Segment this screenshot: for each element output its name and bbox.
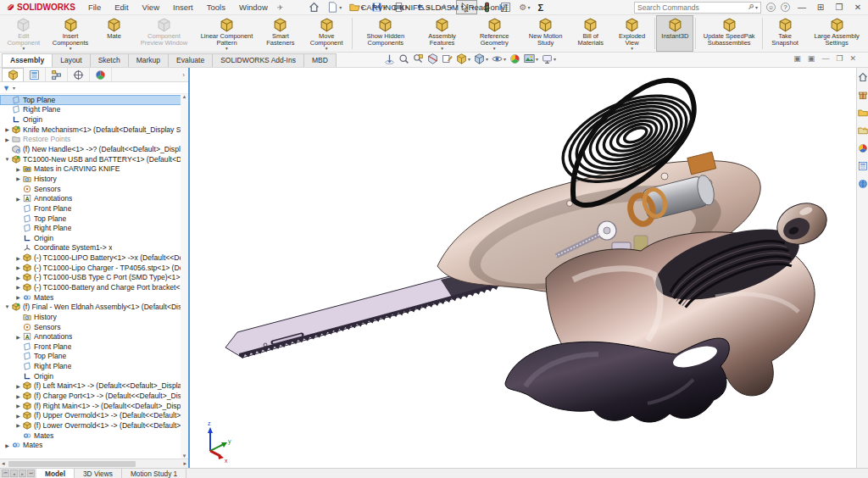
tab-solidworks-add-ins[interactable]: SOLIDWORKS Add-Ins xyxy=(212,53,304,67)
tree-item[interactable]: ▶ (-) TC1000-Battery and Charge Port bra… xyxy=(0,282,188,292)
propertymanager-icon[interactable] xyxy=(24,68,46,81)
new-document-icon[interactable]: ▾ xyxy=(324,0,345,14)
tab-markup[interactable]: Markup xyxy=(128,53,169,67)
tree-item[interactable]: Origin xyxy=(0,371,188,381)
equations-sigma-icon[interactable]: Σ xyxy=(534,1,547,14)
menu-insert[interactable]: Insert xyxy=(167,2,199,13)
tab-evaluate[interactable]: Evaluate xyxy=(168,53,213,67)
expand-arrow-icon[interactable]: ▶ xyxy=(14,294,22,300)
panel-expand-chevron[interactable]: › xyxy=(182,71,185,79)
doc-restore-icon[interactable]: ❐ xyxy=(836,54,843,63)
tree-item[interactable]: ▶ (f) Charge Port<1> -> (Default<<Defaul… xyxy=(0,391,188,401)
tab-first-icon[interactable]: ⏮ xyxy=(2,470,9,477)
pin-icon[interactable]: ✈ xyxy=(277,3,284,12)
select-arrow-icon[interactable]: ▾ xyxy=(456,0,477,14)
tree-item[interactable]: ▼ (f) Final - Wen Eldnah Assembly<1> (De… xyxy=(0,302,188,312)
expand-arrow-icon[interactable]: ▶ xyxy=(14,422,22,428)
tree-item[interactable]: Top Plane xyxy=(0,352,188,362)
tab-mbd[interactable]: MBD xyxy=(303,53,337,67)
tree-item[interactable]: ▶ (f) Lower Overmold<1> -> (Default<<Def… xyxy=(0,420,188,431)
expand-arrow-icon[interactable]: ▼ xyxy=(3,304,11,309)
expand-arrow-icon[interactable]: ▶ xyxy=(14,196,22,202)
tree-item[interactable]: ▶ History xyxy=(0,174,188,184)
tree-item[interactable]: ▶ (-) TC1000-LIPO Battery<1> ->x (Defaul… xyxy=(0,253,188,263)
tree-item[interactable]: Front Plane xyxy=(0,342,188,352)
hide-show-items-icon[interactable]: ▾ xyxy=(491,53,507,64)
expand-arrow-icon[interactable]: ▶ xyxy=(14,284,22,290)
tree-item[interactable]: ▶ (f) Right Main<1> -> (Default<<Default… xyxy=(0,401,188,411)
tab-sketch[interactable]: Sketch xyxy=(90,53,129,67)
expand-arrow-icon[interactable]: ▶ xyxy=(14,334,22,340)
undo-icon[interactable]: ▾ xyxy=(412,0,433,14)
show-hidden-button[interactable]: Show Hidden Components xyxy=(354,15,417,52)
tree-item[interactable]: Mates xyxy=(0,431,188,441)
save-icon[interactable]: ▾ xyxy=(368,0,389,14)
tab-layout[interactable]: Layout xyxy=(52,53,91,67)
options-gear-icon[interactable]: ⚙︎▾ xyxy=(515,1,533,14)
tree-item[interactable]: ▶ Knife Mechanism<1> (Default<Default_Di… xyxy=(0,125,188,135)
move-component-button[interactable]: Move Component▾ xyxy=(303,15,350,52)
expand-arrow-icon[interactable]: ▶ xyxy=(14,166,22,172)
user-icon[interactable]: ☺︎ xyxy=(766,3,776,12)
open-icon[interactable]: ▾ xyxy=(346,0,367,14)
smart-fasteners-button[interactable]: Smart Fasteners xyxy=(258,15,303,52)
doc-minimize-icon[interactable]: — xyxy=(821,54,829,63)
custom-properties-icon[interactable] xyxy=(858,159,868,175)
solidworks-forum-icon[interactable] xyxy=(858,177,868,192)
tree-item[interactable]: Front Plane xyxy=(0,203,188,214)
expand-arrow-icon[interactable]: ▶ xyxy=(14,255,22,261)
apply-scene-icon[interactable]: ▾ xyxy=(523,53,539,64)
tree-item[interactable]: ▶ (-) TC1000-USB Type C Port (SMD Type)<… xyxy=(0,273,188,283)
file-properties-icon[interactable] xyxy=(497,0,515,14)
tab-prev-icon[interactable]: ◂ xyxy=(10,470,18,477)
motion-study-button[interactable]: New Motion Study xyxy=(521,15,570,52)
bom-button[interactable]: Bill of Materials xyxy=(570,15,611,52)
tree-item[interactable]: (f) New Handle<1> ->? (Default<<Default>… xyxy=(0,144,188,154)
configurationmanager-icon[interactable] xyxy=(46,68,68,81)
linear-pattern-button[interactable]: Linear Component Pattern▾ xyxy=(195,15,258,52)
home-icon[interactable] xyxy=(858,70,868,86)
traffic-light-icon[interactable] xyxy=(478,0,496,14)
tab-last-icon[interactable]: ⏭ xyxy=(27,470,35,477)
view-settings-icon[interactable]: ▾ xyxy=(541,53,557,64)
filter-funnel-icon[interactable]: ▼ xyxy=(3,84,10,92)
filter-caret-icon[interactable]: ▾ xyxy=(13,85,15,91)
doc-close-icon[interactable]: ✕ xyxy=(849,54,856,63)
search-icon[interactable]: 🔎︎ xyxy=(748,3,754,11)
previous-view-icon[interactable] xyxy=(412,53,425,64)
speedpak-button[interactable]: Update SpeedPak Subassemblies xyxy=(698,15,760,52)
scrollbar-thumb[interactable] xyxy=(8,461,136,467)
bottom-tab-model[interactable]: Model xyxy=(36,469,75,478)
tree-horizontal-scrollbar[interactable]: ◂ ▸ xyxy=(0,459,188,468)
featuremanager-tree-icon[interactable] xyxy=(2,68,24,81)
tree-item[interactable]: Top Plane xyxy=(0,95,188,105)
menu-tools[interactable]: Tools xyxy=(201,2,231,13)
instant3d-button[interactable]: Instant3D xyxy=(656,15,693,52)
bottom-tab-3d-views[interactable]: 3D Views xyxy=(75,469,122,478)
displaymanager-icon[interactable] xyxy=(90,68,112,81)
tab-next-icon[interactable]: ▸ xyxy=(19,470,26,477)
expand-arrow-icon[interactable]: ▼ xyxy=(3,157,11,162)
search-input[interactable] xyxy=(637,3,748,12)
dimxpertmanager-icon[interactable] xyxy=(68,68,90,81)
expand-arrow-icon[interactable]: ▶ xyxy=(14,393,22,399)
help-icon[interactable]: ? xyxy=(781,3,790,12)
expand-arrow-icon[interactable]: ▶ xyxy=(3,442,11,448)
tree-item[interactable]: ▶ Restore Points xyxy=(0,135,188,145)
display-style-icon[interactable]: ▾ xyxy=(473,53,489,64)
bottom-tab-motion-study-1[interactable]: Motion Study 1 xyxy=(122,469,186,478)
tree-item[interactable]: Sensors xyxy=(0,322,188,332)
layout-icon[interactable]: ⊞ xyxy=(814,3,827,12)
print-icon[interactable]: ▾ xyxy=(390,0,411,14)
zoom-to-fit-icon[interactable] xyxy=(383,53,396,64)
zoom-to-area-icon[interactable] xyxy=(398,53,410,64)
snapshot-button[interactable]: Take Snapshot xyxy=(765,15,805,52)
tree-item[interactable]: ▶ Mates xyxy=(0,440,188,450)
expand-arrow-icon[interactable]: ▶ xyxy=(14,264,22,270)
solidworks-resources-icon[interactable] xyxy=(858,88,868,103)
search-commands-box[interactable]: 🔎︎ ▾ xyxy=(634,2,761,14)
view-orientation-icon[interactable]: ▾ xyxy=(455,53,471,64)
edit-appearance-icon[interactable] xyxy=(509,53,521,64)
tree-item[interactable]: Right Plane xyxy=(0,223,188,233)
expand-arrow-icon[interactable]: ▶ xyxy=(14,403,22,409)
